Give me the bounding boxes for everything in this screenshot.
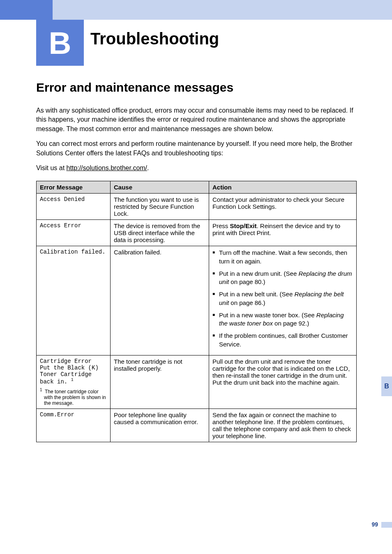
action-cell: Pull out the drum unit and remove the to… [209, 355, 357, 409]
table-row: Comm.Error Poor telephone line quality c… [37, 409, 357, 442]
error-message-cell: Access Denied [37, 194, 111, 220]
header-band [0, 0, 392, 20]
side-tab: B [381, 376, 392, 396]
col-error-message: Error Message [37, 181, 111, 194]
li-suffix: on page 86.) [229, 299, 265, 306]
error-message-cell: Comm.Error [37, 409, 111, 442]
list-item: Put in a new waste toner box. (See Repla… [212, 311, 353, 328]
visit-suffix: . [147, 164, 149, 171]
intro-paragraph-1: As with any sophisticated office product… [36, 106, 357, 134]
intro-paragraph-3: Visit us at http://solutions.brother.com… [36, 164, 357, 173]
error-message-cell: Access Error [37, 220, 111, 246]
col-action: Action [209, 181, 357, 194]
action-list: Turn off the machine. Wait a few seconds… [212, 249, 353, 349]
action-cell: Send the fax again or connect the machin… [209, 409, 357, 442]
intro-paragraph-2: You can correct most errors and perform … [36, 139, 357, 158]
section-title: Error and maintenance messages [36, 81, 357, 95]
footnote-num: 1 [40, 388, 42, 392]
error-message-cell: Cartridge Error Put the Black (K) Toner … [37, 355, 111, 409]
col-cause: Cause [111, 181, 209, 194]
table-row: Access Error The device is removed from … [37, 220, 357, 246]
msg-line: back in. 1 [40, 378, 107, 385]
cause-cell: Poor telephone line quality caused a com… [111, 409, 209, 442]
error-messages-table: Error Message Cause Action Access Denied… [36, 181, 357, 442]
page-number-bar [381, 522, 392, 528]
appendix-letter-block: B [36, 20, 84, 66]
visit-prefix: Visit us at [36, 164, 67, 171]
page-number: 99 [371, 521, 378, 528]
msg-line: Put the Black (K) [40, 365, 107, 371]
li-prefix: Put in a new waste toner box. (See [219, 312, 316, 319]
table-row: Access Denied The function you want to u… [37, 194, 357, 220]
footnote-text: 1 The toner cartridge color with the pro… [40, 388, 107, 406]
error-message-cell: Calibration failed. [37, 246, 111, 355]
li-prefix: Put in a new drum unit. (See [219, 270, 298, 277]
cause-cell: Calibration failed. [111, 246, 209, 355]
stop-exit-key: Stop/Exit [230, 222, 257, 229]
solutions-link[interactable]: http://solutions.brother.com/ [67, 164, 148, 171]
msg-line: Toner Cartridge [40, 371, 107, 378]
cause-cell: The device is removed from the USB direc… [111, 220, 209, 246]
list-item: Put in a new belt unit. (See Replacing t… [212, 290, 353, 307]
page-title: Troubleshooting [90, 30, 219, 48]
list-item: Put in a new drum unit. (See Replacing t… [212, 270, 353, 286]
cause-cell: The function you want to use is restrict… [111, 194, 209, 220]
cause-cell: The toner cartridge is not installed pro… [111, 355, 209, 409]
li-prefix: Put in a new belt unit. (See [219, 291, 294, 298]
footnote-ref: 1 [71, 378, 74, 382]
action-cell: Contact your administrator to check your… [209, 194, 357, 220]
msg-line: Cartridge Error [40, 358, 107, 365]
action-prefix: Press [212, 222, 230, 229]
action-cell: Press Stop/Exit. Reinsert the device and… [209, 220, 357, 246]
li-suffix: on page 80.) [229, 278, 265, 285]
table-header-row: Error Message Cause Action [37, 181, 357, 194]
table-row: Cartridge Error Put the Black (K) Toner … [37, 355, 357, 409]
list-item: If the problem continues, call Brother C… [212, 332, 353, 349]
main-content: Error and maintenance messages As with a… [36, 81, 357, 442]
footnote-body: The toner cartridge color with the probl… [44, 389, 106, 406]
li-suffix: on page 92.) [273, 320, 309, 327]
table-row: Calibration failed. Calibration failed. … [37, 246, 357, 355]
list-item: Turn off the machine. Wait a few seconds… [212, 249, 353, 265]
header-left-strip [0, 0, 53, 20]
action-cell: Turn off the machine. Wait a few seconds… [209, 246, 357, 355]
